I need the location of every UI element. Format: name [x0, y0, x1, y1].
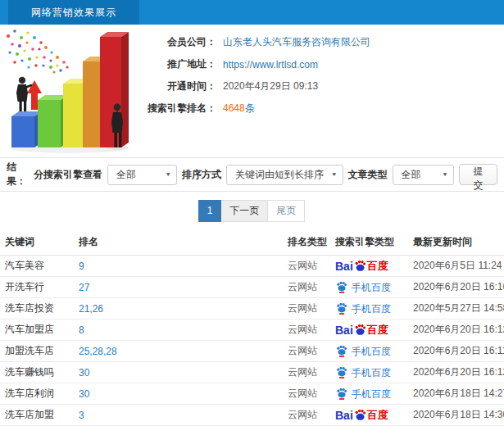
baidu-logo: Bai 百度 — [335, 409, 388, 421]
mobile-baidu-paw-icon — [336, 281, 347, 293]
mobile-baidu-label: 手机百度 — [352, 304, 391, 314]
next-page-button[interactable]: 下一页 — [220, 200, 268, 222]
rank-link[interactable]: 9 — [79, 261, 84, 272]
info-row-open-time: 开通时间： 2020年4月29日 09:13 — [141, 75, 370, 97]
engine-cell: Bai 百度 手机百度 — [330, 324, 408, 336]
engine-cell: Bai 百度 手机百度 — [330, 345, 408, 357]
table-row: 汽车美容 9 云网站 Bai 百度 — [0, 256, 504, 277]
promo-url-link[interactable]: https://www.lrtlsd.com — [223, 59, 318, 70]
table-row: 洗车店投资 21,26 云网站 Bai 百度 — [0, 298, 504, 320]
sort-label: 排序方式 — [182, 168, 221, 182]
sort-value: 关键词由短到长排序 — [235, 168, 324, 182]
mobile-baidu-label: 手机百度 — [352, 347, 391, 356]
mobile-baidu-logo: 手机百度 — [335, 366, 391, 378]
mobile-baidu-paw-icon — [336, 366, 347, 378]
last-page-button[interactable]: 尾页 — [267, 200, 305, 222]
page-1-button[interactable]: 1 — [198, 200, 222, 222]
keyword-cell: 洗车店投资 — [0, 301, 74, 315]
info-row-company: 会员公司： 山东老人头汽车服务咨询有限公司 — [141, 31, 370, 53]
rank-count-label: 搜索引擎排名： — [141, 102, 216, 116]
table-row: 汽车加盟店 8 云网站 Bai 百度 — [0, 320, 504, 341]
rank-type-cell: 云网站 — [283, 259, 330, 273]
table-row: 加盟洗车店 25,28,28 云网站 Bai 百度 — [0, 341, 504, 362]
engine-cell: Bai 百度 手机百度 — [330, 260, 408, 272]
mobile-baidu-label: 手机百度 — [352, 368, 391, 378]
rank-cell: 3 — [74, 410, 283, 421]
rank-link[interactable]: 30 — [79, 367, 89, 378]
baidu-logo-text: Bai — [335, 324, 353, 336]
rank-link[interactable]: 8 — [79, 324, 84, 336]
baidu-logo-text: Bai — [335, 261, 353, 272]
rank-link[interactable]: 25,28,28 — [79, 346, 117, 357]
mobile-baidu-logo: 手机百度 — [335, 281, 391, 293]
rank-count-number: 4648 — [223, 102, 245, 114]
baidu-paw-icon — [354, 324, 366, 336]
keyword-cell: 洗车赚钱吗 — [0, 365, 74, 379]
keyword-cell: 洗车店利润 — [0, 387, 74, 401]
open-time-label: 开通时间： — [141, 79, 216, 93]
table-row: 开洗车行 27 云网站 Bai 百度 — [0, 277, 504, 298]
info-row-rank-count: 搜索引擎排名： 4648条 — [141, 97, 370, 120]
mobile-baidu-logo: 手机百度 — [335, 345, 391, 357]
mobile-baidu-label: 手机百度 — [352, 389, 391, 399]
col-rank-type: 排名类型 — [283, 235, 330, 249]
baidu-logo-text-cn: 百度 — [367, 410, 388, 420]
rank-cell: 27 — [74, 282, 283, 293]
table-body: 汽车美容 9 云网站 Bai 百度 — [0, 256, 504, 426]
rank-cell: 8 — [74, 324, 283, 336]
company-label: 会员公司： — [141, 35, 216, 49]
rank-type-cell: 云网站 — [283, 301, 330, 315]
rank-count-value: 4648条 — [223, 102, 255, 116]
updated-cell: 2020年6月20日 16:12 — [408, 365, 504, 379]
open-time-value: 2020年4月29日 09:13 — [223, 79, 318, 93]
info-row-url: 推广地址： https://www.lrtlsd.com — [141, 53, 370, 75]
engine-cell: Bai 百度 手机百度 — [330, 281, 408, 293]
mobile-baidu-logo: 手机百度 — [335, 302, 391, 315]
baidu-paw-icon — [354, 260, 366, 272]
table-row: 洗车店利润 30 云网站 Bai 百度 — [0, 383, 504, 405]
article-type-label: 文章类型 — [348, 168, 388, 182]
engine-cell: Bai 百度 手机百度 — [330, 366, 408, 378]
mobile-baidu-logo: 手机百度 — [335, 387, 391, 400]
company-name-link[interactable]: 山东老人头汽车服务咨询有限公司 — [223, 35, 370, 49]
engine-filter-label: 分搜索引擎查看 — [34, 168, 102, 182]
engine-filter-select[interactable]: 全部 ▼ — [107, 165, 177, 185]
mobile-baidu-paw-icon — [336, 345, 347, 357]
mobile-baidu-paw-icon — [336, 387, 347, 400]
article-type-value: 全部 — [402, 168, 421, 182]
updated-cell: 2020年6月5日 11:24 — [408, 259, 504, 273]
rank-link[interactable]: 27 — [79, 282, 89, 293]
result-label: 结果： — [7, 161, 34, 188]
keyword-cell: 洗车店加盟 — [0, 408, 74, 422]
rank-link[interactable]: 3 — [79, 410, 84, 421]
keyword-cell: 汽车加盟店 — [0, 323, 74, 337]
article-type-select[interactable]: 全部 ▼ — [393, 165, 454, 185]
engine-cell: Bai 百度 手机百度 — [330, 302, 408, 315]
rank-type-cell: 云网站 — [283, 344, 330, 358]
baidu-logo: Bai 百度 — [335, 260, 388, 272]
col-keyword: 关键词 — [0, 235, 74, 249]
filter-bar: 结果： 分搜索引擎查看 全部 ▼ 排序方式 关键词由短到长排序 ▼ 文章类型 全… — [0, 157, 504, 192]
rank-type-cell: 云网站 — [283, 280, 330, 294]
bar-chart-illustration — [0, 25, 141, 156]
engine-cell: Bai 百度 手机百度 — [330, 387, 408, 400]
rank-link[interactable]: 21,26 — [79, 303, 103, 315]
table-header-row: 关键词 排名 排名类型 搜索引擎类型 最新更新时间 — [0, 229, 504, 256]
rank-type-cell: 云网站 — [283, 408, 330, 422]
baidu-logo-text: Bai — [335, 410, 353, 421]
mobile-baidu-label: 手机百度 — [352, 283, 391, 292]
updated-cell: 2020年5月27日 14:58 — [408, 301, 504, 315]
table-row: 洗车赚钱吗 30 云网站 Bai 百度 — [0, 362, 504, 383]
rank-cell: 21,26 — [74, 303, 283, 315]
baidu-paw-icon — [354, 409, 366, 421]
engine-filter-value: 全部 — [116, 168, 136, 182]
baidu-logo-text-cn: 百度 — [367, 324, 388, 335]
sort-select[interactable]: 关键词由短到长排序 ▼ — [226, 165, 343, 185]
col-engine-type: 搜索引擎类型 — [330, 235, 408, 249]
header-title-chip: 网络营销效果展示 — [8, 0, 139, 25]
rank-link[interactable]: 30 — [79, 388, 89, 400]
rank-cell: 9 — [74, 261, 283, 272]
updated-cell: 2020年6月20日 16:11 — [408, 344, 504, 358]
chevron-down-icon: ▼ — [331, 171, 338, 177]
submit-button[interactable]: 提交 — [459, 164, 497, 185]
